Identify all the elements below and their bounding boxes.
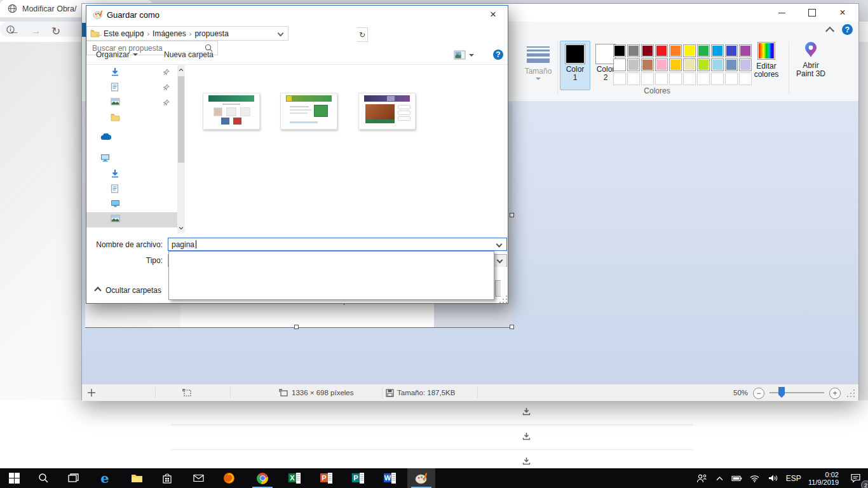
download-link[interactable]: [522, 432, 534, 442]
scrollbar-thumb[interactable]: [178, 76, 184, 163]
dialog-help-icon[interactable]: ?: [493, 50, 503, 60]
collapse-ribbon-icon[interactable]: [825, 27, 834, 36]
palette-empty-slot[interactable]: [697, 72, 710, 85]
palette-empty-slot[interactable]: [683, 72, 696, 85]
sidebar-item-propuesta[interactable]: [86, 111, 177, 126]
maximize-button[interactable]: [797, 4, 827, 22]
edit-colors-button[interactable]: Editar colores: [748, 41, 785, 79]
palette-color-000000[interactable]: [613, 44, 626, 57]
filename-autocomplete-dropdown[interactable]: [168, 251, 494, 300]
filename-dropdown-icon[interactable]: [496, 241, 503, 248]
taskbar-paint-button[interactable]: [407, 468, 435, 488]
palette-color-fff200[interactable]: [683, 44, 696, 57]
taskbar-edge-button[interactable]: e: [91, 468, 119, 488]
taskbar-mail-button[interactable]: [184, 468, 212, 488]
dialog-close-button[interactable]: ×: [484, 6, 503, 24]
breadcrumb-item[interactable]: propuesta: [194, 29, 228, 38]
taskbar-chrome[interactable]: [248, 468, 276, 488]
taskbar-search[interactable]: [29, 468, 57, 488]
palette-color-99d9ea[interactable]: [711, 58, 724, 71]
tray-expand-icon[interactable]: [712, 468, 728, 488]
palette-color-c3c3c3[interactable]: [627, 58, 640, 71]
selection-handle-right[interactable]: [510, 213, 514, 217]
palette-empty-slot[interactable]: [711, 72, 724, 85]
palette-empty-slot[interactable]: [641, 72, 654, 85]
nav-up-button[interactable]: ↑: [140, 28, 145, 39]
wifi-icon[interactable]: [746, 468, 764, 488]
palette-empty-slot[interactable]: [669, 72, 682, 85]
taskbar-excel-button[interactable]: X: [280, 468, 308, 488]
palette-color-ed1c24[interactable]: [655, 44, 668, 57]
notifications-icon[interactable]: 2: [843, 468, 868, 488]
browser-reload-button[interactable]: ↻: [51, 25, 60, 38]
taskbar-powerpoint[interactable]: P: [312, 468, 340, 488]
download-link[interactable]: [522, 457, 534, 467]
palette-color-7092be[interactable]: [725, 58, 738, 71]
size-tool[interactable]: Tamaño: [522, 42, 555, 95]
open-paint3d-button[interactable]: Abrir Paint 3D: [791, 41, 831, 78]
sidebar-item-documentos[interactable]: [86, 80, 177, 95]
sidebar-item-imágenes[interactable]: [86, 212, 177, 227]
selection-handle-bottom[interactable]: [294, 325, 299, 329]
paint-help-icon[interactable]: ?: [842, 24, 853, 35]
close-button[interactable]: ×: [828, 4, 857, 22]
breadcrumb-item[interactable]: Este equipo: [104, 29, 144, 38]
organize-button[interactable]: Organizar: [96, 50, 138, 59]
taskbar-store-button[interactable]: [153, 468, 181, 488]
palette-color-00a2e8[interactable]: [711, 44, 724, 57]
sidebar-item-onedrive[interactable]: [86, 131, 177, 146]
palette-color-3f48cc[interactable]: [725, 44, 738, 57]
palette-color-ffc90e[interactable]: [669, 58, 682, 71]
selection-handle-corner[interactable]: [510, 325, 514, 329]
palette-color-b5e61d[interactable]: [697, 58, 710, 71]
download-link[interactable]: [522, 407, 534, 417]
zoom-in-button[interactable]: +: [829, 388, 841, 399]
filename-input[interactable]: pagina: [168, 238, 507, 251]
resize-grip[interactable]: [846, 388, 855, 397]
nav-back-button[interactable]: ←: [94, 28, 104, 39]
sidebar-item-este-equipo[interactable]: [86, 151, 177, 166]
palette-color-22b14c[interactable]: [697, 44, 710, 57]
palette-color-ffaec9[interactable]: [655, 58, 668, 71]
nav-forward-button[interactable]: →: [112, 28, 122, 39]
browser-back-button[interactable]: ←: [9, 25, 20, 37]
palette-color-ff7f27[interactable]: [669, 44, 682, 57]
palette-empty-slot[interactable]: [627, 72, 640, 85]
sidebar-item-imágenes[interactable]: [86, 95, 177, 111]
palette-color-7f7f7f[interactable]: [627, 44, 640, 57]
sidebar-item-descargas[interactable]: [86, 65, 177, 80]
zoom-slider-thumb[interactable]: [778, 387, 785, 398]
file-item-tres[interactable]: [280, 93, 337, 133]
taskbar-start-button[interactable]: [0, 468, 28, 488]
palette-empty-slot[interactable]: [655, 72, 668, 85]
zoom-out-button[interactable]: −: [753, 388, 764, 399]
breadcrumb-item[interactable]: Imágenes: [153, 29, 186, 38]
zoom-slider-track[interactable]: [770, 392, 824, 393]
filetype-dropdown-icon[interactable]: [494, 255, 506, 267]
hide-folders-button[interactable]: Ocultar carpetas: [95, 286, 161, 295]
breadcrumb-dropdown-icon[interactable]: [278, 30, 284, 37]
new-folder-button[interactable]: Nueva carpeta: [164, 50, 214, 59]
color1-button[interactable]: Color 1: [560, 41, 590, 90]
view-mode-button[interactable]: [454, 50, 474, 60]
minimize-button[interactable]: [767, 4, 796, 22]
sidebar-item-descargas[interactable]: [86, 166, 177, 182]
scroll-down-icon[interactable]: [179, 226, 184, 231]
taskbar-firefox[interactable]: [215, 468, 243, 488]
palette-color-efe4b0[interactable]: [683, 58, 696, 71]
clock[interactable]: 0:0211/9/2019: [804, 468, 843, 488]
palette-empty-slot[interactable]: [725, 72, 738, 85]
taskbar-task-view[interactable]: [59, 468, 87, 488]
file-item-uno[interactable]: [358, 93, 416, 133]
palette-color-ffffff[interactable]: [613, 58, 626, 71]
taskbar-file-explorer[interactable]: [123, 468, 151, 488]
browser-forward-button[interactable]: →: [31, 25, 41, 37]
dialog-resize-grip[interactable]: [498, 294, 507, 303]
file-item-dos[interactable]: [203, 93, 260, 133]
refresh-button[interactable]: ↻: [357, 27, 368, 42]
scroll-up-icon[interactable]: [179, 67, 184, 72]
taskbar-word-button[interactable]: W: [376, 468, 403, 488]
palette-empty-slot[interactable]: [613, 72, 626, 85]
people-icon[interactable]: [693, 468, 712, 488]
palette-color-b97a57[interactable]: [641, 58, 654, 71]
